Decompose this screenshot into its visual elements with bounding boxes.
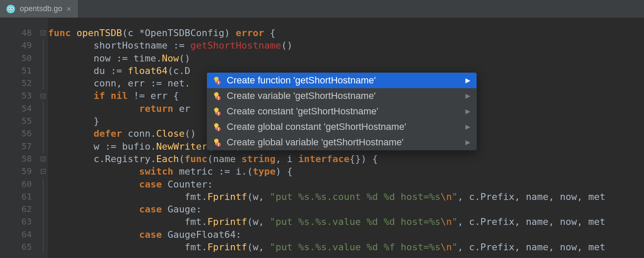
svg-rect-24 — [218, 143, 219, 145]
fold-toggle-icon[interactable] — [38, 153, 48, 165]
fold-toggle-icon[interactable] — [38, 27, 48, 39]
line-number: 58 — [0, 153, 38, 165]
intention-item[interactable]: Create function 'getShortHostname'▶ — [207, 73, 477, 88]
line-number: 65 — [0, 241, 38, 253]
line-number: 49 — [0, 39, 38, 52]
line-number: 55 — [0, 115, 38, 127]
code-line[interactable]: func openTSDB(c *OpenTSDBConfig) error { — [48, 27, 644, 39]
intention-item-label: Create global variable 'getShortHostname… — [227, 137, 404, 148]
line-number: 51 — [0, 64, 38, 77]
fold-guide — [38, 115, 48, 127]
lightbulb-error-icon — [212, 92, 221, 100]
line-number: 63 — [0, 215, 38, 228]
code-line[interactable]: case GaugeFloat64: — [48, 228, 644, 241]
svg-rect-21 — [218, 130, 219, 131]
fold-guide — [38, 127, 48, 140]
svg-rect-9 — [218, 83, 219, 84]
intention-item-label: Create function 'getShortHostname' — [227, 75, 376, 86]
fold-guide — [38, 203, 48, 215]
lightbulb-error-icon — [212, 107, 221, 116]
intention-item[interactable]: Create global variable 'getShortHostname… — [207, 135, 477, 150]
line-number: 50 — [0, 52, 38, 64]
intention-item-label: Create constant 'getShortHostname' — [227, 106, 378, 117]
chevron-right-icon: ▶ — [465, 123, 471, 131]
fold-guide — [38, 241, 48, 253]
editor-tab-opentsdb[interactable]: opentsdb.go × — [0, 0, 79, 18]
code-editor[interactable]: 484950515253545556575859606162636465 fun… — [0, 18, 644, 258]
line-number: 52 — [0, 77, 38, 89]
fold-guide — [38, 39, 48, 52]
code-line[interactable]: now := time.Now() — [48, 52, 644, 64]
intention-item[interactable]: Create variable 'getShortHostname'▶ — [207, 88, 477, 104]
tab-close-icon[interactable]: × — [67, 5, 71, 13]
chevron-right-icon: ▶ — [465, 138, 471, 146]
fold-toggle-icon[interactable] — [38, 89, 48, 102]
svg-rect-13 — [218, 99, 219, 100]
code-line[interactable]: c.Registry.Each(func(name string, i inte… — [48, 153, 644, 165]
tab-filename: opentsdb.go — [20, 4, 62, 13]
fold-guide — [38, 102, 48, 115]
fold-guide — [38, 215, 48, 228]
intention-item-label: Create variable 'getShortHostname' — [227, 90, 376, 101]
code-line[interactable]: switch metric := i.(type) { — [48, 165, 644, 178]
gutter-line-numbers: 484950515253545556575859606162636465 — [0, 18, 38, 258]
editor-tabbar: opentsdb.go × — [0, 0, 644, 18]
fold-strip — [38, 18, 48, 258]
svg-point-5 — [10, 9, 12, 11]
svg-point-3 — [9, 7, 10, 8]
svg-rect-17 — [218, 114, 219, 115]
line-number: 60 — [0, 178, 38, 190]
code-line[interactable]: fmt.Fprintf(w, "put %s.%s.value %d %f ho… — [48, 241, 644, 253]
svg-rect-25 — [218, 145, 219, 146]
svg-rect-16 — [218, 112, 219, 114]
line-number: 64 — [0, 228, 38, 241]
fold-guide — [38, 178, 48, 190]
lightbulb-error-icon — [212, 76, 221, 85]
svg-rect-8 — [218, 81, 219, 83]
go-file-icon — [6, 4, 15, 14]
intention-item[interactable]: Create constant 'getShortHostname'▶ — [207, 104, 477, 119]
fold-guide — [38, 77, 48, 89]
chevron-right-icon: ▶ — [465, 108, 471, 115]
svg-point-0 — [6, 4, 15, 13]
code-line[interactable]: case Gauge: — [48, 203, 644, 215]
fold-guide — [38, 190, 48, 203]
intention-item[interactable]: Create global constant 'getShortHostname… — [207, 119, 477, 135]
fold-guide — [38, 228, 48, 241]
line-number: 59 — [0, 165, 38, 178]
line-number: 56 — [0, 127, 38, 140]
intention-item-label: Create global constant 'getShortHostname… — [227, 121, 406, 132]
line-number: 54 — [0, 102, 38, 115]
fold-guide — [38, 140, 48, 153]
chevron-right-icon: ▶ — [465, 92, 471, 100]
svg-point-4 — [12, 7, 12, 8]
code-line[interactable]: fmt.Fprintf(w, "put %s.%s.count %d %d ho… — [48, 190, 644, 203]
intention-actions-popup: Create function 'getShortHostname'▶Creat… — [207, 72, 477, 150]
code-line[interactable]: case Counter: — [48, 178, 644, 190]
chevron-right-icon: ▶ — [465, 77, 471, 84]
fold-guide — [38, 64, 48, 77]
lightbulb-error-icon — [212, 123, 221, 131]
line-number: 61 — [0, 190, 38, 203]
line-number: 48 — [0, 27, 38, 39]
code-line[interactable]: shortHostname := getShortHostname() — [48, 39, 644, 52]
line-number: 53 — [0, 89, 38, 102]
line-number: 57 — [0, 140, 38, 153]
lightbulb-error-icon — [212, 138, 221, 147]
line-number: 62 — [0, 203, 38, 215]
fold-toggle-icon[interactable] — [38, 165, 48, 178]
fold-guide — [38, 52, 48, 64]
code-line[interactable]: fmt.Fprintf(w, "put %s.%s.value %d %d ho… — [48, 215, 644, 228]
svg-rect-12 — [218, 97, 219, 99]
svg-rect-20 — [218, 128, 219, 130]
